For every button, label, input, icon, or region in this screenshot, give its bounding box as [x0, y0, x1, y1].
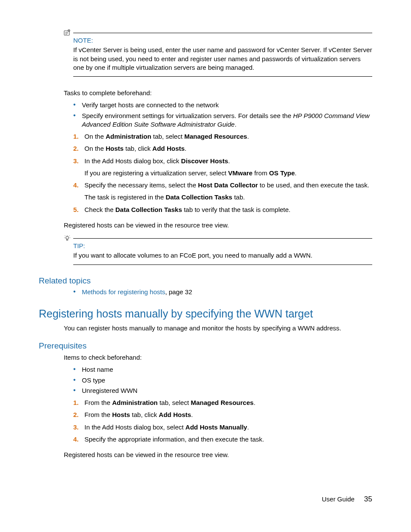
section2-intro: You can register hosts manually to manag…: [64, 324, 372, 333]
prerequisites-body: Items to check beforehand: Host name OS …: [64, 353, 372, 459]
step-item: Specify the appropriate information, and…: [73, 435, 372, 444]
list-item: OS type: [73, 376, 372, 385]
note-body: If vCenter Server is being used, enter t…: [73, 46, 372, 72]
step-item: In the Add Hosts dialog box, select Add …: [73, 423, 372, 432]
tip-label: TIP:: [73, 242, 85, 249]
step-text: .: [295, 169, 296, 177]
tasks-section: Tasks to complete beforehand: Verify tar…: [64, 89, 372, 230]
step-item: On the Hosts tab, click Add Hosts.: [73, 144, 372, 153]
after-steps-2: Registered hosts can be viewed in the re…: [64, 451, 372, 459]
step-text: tab to verify that the task is complete.: [182, 206, 291, 213]
bullet-text: .: [235, 121, 237, 128]
step-text: to be used, and then execute the task.: [258, 181, 370, 189]
tasks-intro: Tasks to complete beforehand:: [64, 89, 372, 97]
list-item: Host name: [73, 365, 372, 374]
step-bold: Administration: [106, 133, 151, 140]
list-item: Verify target hosts are connected to the…: [73, 101, 372, 109]
step-item: On the Administration tab, select Manage…: [73, 132, 372, 141]
tip-rule-bottom: [73, 264, 372, 265]
step-bold: Managed Resources: [191, 399, 254, 406]
step-text: Check the: [84, 206, 115, 213]
step-text: .: [191, 411, 193, 418]
section-heading: Registering hosts manually by specifying…: [39, 307, 372, 321]
svg-point-5: [66, 236, 68, 239]
step-item: From the Administration tab, select Mana…: [73, 398, 372, 407]
related-topics-body: Methods for registering hosts, page 32: [64, 288, 372, 296]
step-bold: Hosts: [112, 411, 130, 418]
step-text: tab, select: [151, 133, 184, 140]
step-bold: Data Collection Tasks: [115, 206, 182, 213]
tip-header: [64, 235, 372, 242]
step-bold: Managed Resources: [184, 133, 247, 140]
note-rule-top: [73, 33, 372, 33]
svg-line-10: [65, 236, 65, 236]
prereq-intro: Items to check beforehand:: [64, 353, 372, 362]
list-item: Specify environment settings for virtual…: [73, 112, 372, 129]
step-sub: The task is registered in the Data Colle…: [84, 193, 372, 202]
step-bold: VMware: [228, 169, 253, 177]
step-bold: Discover Hosts: [181, 157, 228, 165]
step-text: From the: [84, 399, 112, 406]
related-link[interactable]: Methods for registering hosts: [82, 288, 165, 296]
step-text: .: [185, 145, 187, 152]
step-text: .: [247, 133, 249, 140]
svg-line-11: [69, 236, 70, 236]
step-text: tab, click: [124, 145, 153, 152]
step-text: From the: [84, 411, 112, 418]
step-bold: Add Hosts: [153, 145, 185, 152]
step-bold: Administration: [112, 399, 158, 406]
step-item: Specify the necessary items, select the …: [73, 181, 372, 202]
step-bold: Add Hosts Manually: [185, 423, 247, 431]
list-item: Methods for registering hosts, page 32: [73, 288, 372, 296]
step-bold: Add Hosts: [159, 411, 191, 418]
tip-body: If you want to allocate volumes to an FC…: [73, 251, 372, 260]
list-item: Unregistered WWN: [73, 386, 372, 395]
tip-rule-top: [73, 238, 372, 239]
step-bold: Host Data Collector: [198, 181, 258, 189]
note-header: [64, 29, 372, 36]
prerequisites-heading: Prerequisites: [39, 340, 372, 352]
step-text: Specify the necessary items, select the: [84, 181, 198, 189]
step-sub: If you are registering a virtualization …: [84, 169, 372, 177]
step-text: The task is registered in the: [84, 193, 165, 201]
tip-callout: TIP: If you want to allocate volumes to …: [64, 235, 372, 260]
step-text: .: [247, 423, 249, 431]
lightbulb-icon: [64, 235, 71, 242]
bullet-text: Verify target hosts are connected to the…: [82, 101, 219, 109]
note-label: NOTE:: [73, 37, 93, 44]
note-icon: [64, 29, 71, 36]
step-item: Check the Data Collection Tasks tab to v…: [73, 205, 372, 214]
bullet-text: Host name: [82, 366, 113, 373]
step-text: .: [228, 157, 230, 165]
step-text: tab.: [232, 193, 245, 201]
step-text: .: [254, 399, 255, 406]
step-bold: Hosts: [106, 145, 124, 152]
steps-list-2: From the Administration tab, select Mana…: [64, 398, 372, 444]
step-text: Specify the appropriate information, and…: [84, 436, 264, 443]
step-text: On the: [84, 145, 106, 152]
related-suffix: , page 32: [165, 288, 192, 296]
step-text: from: [252, 169, 269, 177]
after-steps-1: Registered hosts can be viewed in the re…: [64, 221, 372, 230]
step-text: On the: [84, 133, 106, 140]
step-item: In the Add Hosts dialog box, click Disco…: [73, 157, 372, 178]
tasks-bullets: Verify target hosts are connected to the…: [64, 101, 372, 129]
svg-rect-6: [67, 240, 68, 241]
note-callout: NOTE: If vCenter Server is being used, e…: [64, 29, 372, 72]
page-footer: User Guide 35: [322, 495, 372, 504]
page-number: 35: [364, 495, 372, 503]
page: NOTE: If vCenter Server is being used, e…: [0, 0, 411, 532]
step-text: In the Add Hosts dialog box, select: [84, 423, 185, 431]
note-rule-bottom: [73, 76, 372, 77]
footer-label: User Guide: [322, 495, 355, 503]
bullet-text: OS type: [82, 376, 105, 384]
step-item: From the Hosts tab, click Add Hosts.: [73, 411, 372, 419]
section2-intro-text: You can register hosts manually to manag…: [64, 324, 372, 333]
bullet-text: Unregistered WWN: [82, 387, 137, 394]
step-bold: OS Type: [269, 169, 295, 177]
steps-list-1: On the Administration tab, select Manage…: [64, 132, 372, 214]
step-text: tab, click: [130, 411, 159, 418]
related-topics-heading: Related topics: [39, 275, 372, 286]
step-text: In the Add Hosts dialog box, click: [84, 157, 181, 165]
prereq-bullets: Host name OS type Unregistered WWN: [64, 365, 372, 395]
